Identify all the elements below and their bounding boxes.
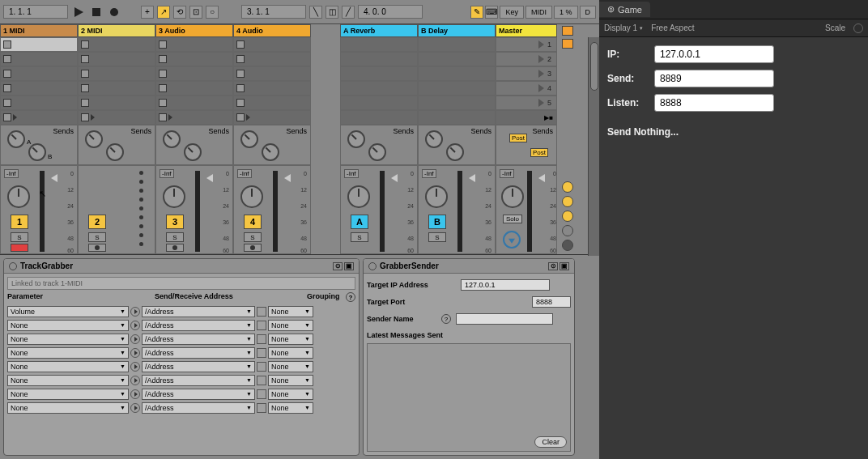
send-b-knob[interactable]: [28, 143, 46, 161]
address-select[interactable]: /Address▼: [142, 306, 255, 317]
parameter-select[interactable]: None▼: [7, 320, 129, 331]
ip-input[interactable]: [654, 45, 774, 63]
parameter-select[interactable]: None▼: [7, 361, 129, 372]
track-header-b-delay[interactable]: B Delay: [418, 24, 496, 37]
key-map-button[interactable]: Key: [500, 6, 524, 19]
help-icon[interactable]: ?: [346, 292, 355, 302]
clip-slot[interactable]: [233, 81, 311, 96]
scene-launch[interactable]: 3: [496, 66, 557, 81]
target-port-input[interactable]: 8888: [532, 296, 571, 308]
solo-cue-label[interactable]: Solo: [503, 215, 522, 223]
toggle-box[interactable]: [257, 334, 266, 344]
record-button[interactable]: [107, 5, 121, 19]
scene-launch[interactable]: 4: [496, 81, 557, 96]
track-header-4-audio[interactable]: 4 Audio: [233, 24, 311, 37]
clip-slot[interactable]: [233, 52, 311, 66]
session-ring-icon[interactable]: [562, 26, 573, 36]
scale-slider-icon[interactable]: [853, 23, 863, 33]
test-send-button[interactable]: [130, 321, 140, 330]
parameter-select[interactable]: None▼: [7, 389, 129, 400]
test-send-button[interactable]: [130, 376, 140, 385]
toggle-box[interactable]: [257, 376, 266, 385]
parameter-select[interactable]: None▼: [7, 334, 129, 345]
track-activator-2[interactable]: 2: [88, 215, 106, 229]
send-a-knob[interactable]: [347, 130, 365, 148]
help-icon[interactable]: ?: [441, 314, 451, 324]
hot-swap-icon[interactable]: ⊙: [548, 262, 558, 270]
parameter-select[interactable]: None▼: [7, 375, 129, 386]
pan-knob[interactable]: [163, 185, 185, 208]
clip-slot[interactable]: [0, 37, 78, 52]
arrangement-position[interactable]: 1. 1. 1: [3, 5, 68, 19]
track-header-master[interactable]: Master: [496, 24, 557, 37]
device-activator[interactable]: [368, 262, 377, 270]
stop-all-clips[interactable]: ▶■: [496, 110, 557, 125]
send-b-knob[interactable]: [368, 143, 386, 161]
test-send-button[interactable]: [130, 334, 140, 344]
grouping-select[interactable]: None▼: [268, 334, 313, 345]
reenable-automation-button[interactable]: ⟲: [173, 6, 186, 19]
track-header-1-midi[interactable]: 1 MIDI: [0, 24, 78, 37]
clip-slot[interactable]: [78, 52, 155, 66]
clip-slot[interactable]: [155, 96, 233, 110]
test-send-button[interactable]: [130, 348, 140, 358]
solo-button[interactable]: S: [11, 232, 28, 242]
clip-slot[interactable]: [233, 96, 311, 110]
clip-slot[interactable]: [155, 52, 233, 66]
clip-slot[interactable]: [155, 66, 233, 81]
cue-volume-knob[interactable]: [503, 231, 521, 249]
test-send-button[interactable]: [130, 307, 140, 317]
toggle-box[interactable]: [257, 403, 266, 413]
send-b-knob[interactable]: [106, 143, 124, 161]
address-select[interactable]: /Address▼: [142, 334, 255, 345]
save-preset-icon[interactable]: ▣: [560, 262, 569, 270]
clip-slot[interactable]: [233, 66, 311, 81]
clip-slot[interactable]: [233, 37, 311, 52]
loop-switch[interactable]: ◫: [326, 6, 338, 19]
arm-button[interactable]: [11, 244, 28, 252]
io-cell[interactable]: [78, 110, 155, 125]
parameter-select[interactable]: Volume▼: [7, 306, 129, 317]
session-view-icon[interactable]: [562, 39, 573, 49]
aspect-dropdown[interactable]: Free Aspect: [651, 23, 694, 32]
track-header-3-audio[interactable]: 3 Audio: [155, 24, 233, 37]
send-input[interactable]: [654, 70, 774, 87]
pan-knob[interactable]: [347, 185, 370, 208]
clip-slot[interactable]: [155, 81, 233, 96]
scene-launch[interactable]: 5: [496, 96, 557, 110]
pan-knob[interactable]: [425, 185, 448, 208]
arm-button[interactable]: [244, 244, 262, 252]
clip-slot[interactable]: [78, 81, 155, 96]
clear-button[interactable]: Clear: [534, 436, 567, 448]
clip-slot[interactable]: [0, 52, 78, 66]
clip-slot[interactable]: [0, 96, 78, 110]
grouping-select[interactable]: None▼: [268, 306, 313, 317]
track-header-a-reverb[interactable]: A Reverb: [340, 24, 418, 37]
sends-section-toggle[interactable]: [562, 196, 573, 207]
toggle-box[interactable]: [257, 348, 266, 358]
overdub-button[interactable]: +: [141, 6, 154, 19]
send-b-knob[interactable]: [446, 143, 464, 161]
capture-button[interactable]: ⊡: [189, 6, 202, 19]
address-select[interactable]: /Address▼: [142, 375, 255, 386]
track-header-2-midi[interactable]: 2 MIDI: [78, 24, 155, 37]
pan-knob[interactable]: [240, 185, 263, 208]
arm-button[interactable]: [88, 244, 106, 252]
volume-readout[interactable]: -Inf: [4, 169, 19, 178]
grouping-select[interactable]: None▼: [268, 347, 313, 359]
hot-swap-icon[interactable]: ⊙: [333, 262, 343, 270]
track-activator-a[interactable]: A: [351, 215, 368, 229]
test-send-button[interactable]: [130, 389, 140, 399]
send-a-knob[interactable]: [240, 130, 258, 148]
track-activator-b[interactable]: B: [428, 215, 446, 229]
punch-in-icon[interactable]: ╲: [309, 6, 322, 19]
grouping-select[interactable]: None▼: [268, 361, 313, 372]
post-send-a[interactable]: Post: [509, 134, 527, 142]
send-a-knob[interactable]: [7, 130, 25, 148]
io-cell[interactable]: [0, 110, 78, 125]
automation-arm-button[interactable]: ↗: [157, 6, 170, 19]
address-select[interactable]: /Address▼: [142, 361, 255, 372]
game-tab[interactable]: ⊚ Game: [599, 2, 650, 17]
grouping-select[interactable]: None▼: [268, 402, 313, 414]
punch-out-icon[interactable]: ╱: [342, 6, 355, 19]
